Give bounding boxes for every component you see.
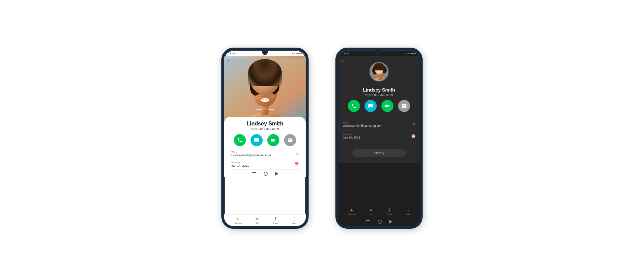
status-icons-dark: ▲ıl 100%	[406, 52, 416, 55]
birthday-label-dark: Birthday	[343, 133, 360, 135]
more-label-dark: More	[406, 213, 411, 215]
svg-point-11	[267, 78, 275, 89]
svg-point-29	[377, 70, 379, 72]
nav-favorites-light[interactable]: ★ Favorites	[233, 217, 242, 224]
svg-point-27	[372, 66, 378, 74]
nav-share-light[interactable]: ⤴ Share	[273, 217, 278, 224]
battery-light: 100%	[296, 52, 302, 55]
svg-point-17	[269, 92, 270, 93]
birthday-field-dark[interactable]: Birthday Jan 14, 2021 📅	[341, 130, 417, 142]
nav-more-dark[interactable]: ⋮ More	[406, 208, 411, 215]
action-buttons-light	[229, 134, 301, 146]
phone-label-dark: Mobile	[365, 93, 373, 96]
signal-icon-light: ▲ıl	[291, 52, 295, 55]
info-section-light: Work Lindseysmith@samsung.com ✉ Birthday…	[229, 149, 301, 170]
contact-phone-row-light: Mobile 012-345-6789	[229, 127, 301, 131]
svg-point-8	[269, 78, 279, 94]
contact-name-light: Lindsey Smith	[229, 121, 301, 127]
status-time-dark: 12:45	[342, 52, 349, 55]
avatar-container-dark	[338, 56, 420, 85]
share-label-dark: Share	[387, 213, 392, 215]
svg-point-14	[260, 91, 263, 94]
more-icon-light: ⋮	[292, 217, 296, 221]
email-field-dark[interactable]: Work Lindseysmith@samsung.com ✉	[341, 119, 417, 130]
svg-rect-3	[256, 109, 262, 110]
birthday-field-light[interactable]: Birthday Jan 14, 2021 📅	[230, 159, 300, 170]
call-button-light[interactable]	[234, 134, 246, 146]
recents-nav-light[interactable]	[252, 172, 256, 173]
avatar-circle-dark	[369, 62, 389, 82]
svg-point-30	[381, 70, 383, 72]
svg-point-31	[378, 70, 378, 71]
svg-rect-4	[268, 109, 274, 110]
phone-number-light: 012-345-6789	[260, 127, 279, 131]
email-label-dark: Work	[343, 121, 382, 124]
birthday-value-light: Jan 14, 2021	[231, 164, 249, 167]
phones-container: 12:45 ▲ıl 100% ‹	[221, 48, 423, 229]
edit-icon-dark: ✏	[370, 208, 373, 213]
status-time-light: 12:45	[228, 52, 235, 55]
email-icon-light: ✉	[296, 152, 299, 156]
share-icon-dark: ⤴	[388, 208, 390, 213]
email-label-light: Work	[231, 151, 271, 153]
video-button-dark[interactable]	[381, 100, 393, 112]
action-buttons-dark	[343, 100, 415, 112]
back-nav-light[interactable]	[275, 172, 278, 176]
svg-point-28	[382, 67, 387, 73]
battery-dark: 100%	[410, 52, 416, 55]
back-button-dark[interactable]: ‹	[341, 58, 343, 64]
recents-nav-dark[interactable]	[366, 220, 370, 221]
email-value-dark: Lindseysmith@samsung.com	[343, 124, 382, 127]
bottom-nav-light: ★ Favorites ✏ Edit ⤴ Share ⋮ More	[224, 214, 306, 226]
nav-more-light[interactable]: ⋮ More	[292, 217, 297, 224]
avatar-svg-dark	[370, 62, 389, 82]
birthday-value-dark: Jan 14, 2021	[343, 136, 360, 139]
video-button-light[interactable]	[267, 134, 279, 146]
svg-point-19	[263, 95, 266, 98]
edit-icon-light: ✏	[256, 217, 259, 221]
message-button-light[interactable]	[251, 134, 263, 146]
contact-phone-row-dark: Mobile 012-345-6789	[343, 93, 415, 97]
svg-point-15	[268, 91, 271, 94]
star-icon-dark: ★	[350, 208, 354, 213]
history-section: History	[338, 142, 420, 163]
svg-point-20	[255, 95, 261, 99]
svg-point-16	[261, 92, 262, 93]
bottom-nav-dark: ★ Favorites ✏ Edit ⤴ Share ⋮ More	[338, 206, 420, 218]
svg-point-10	[257, 78, 264, 91]
email-value-light: Lindseysmith@samsung.com	[231, 154, 271, 157]
edit-label-light: Edit	[256, 222, 259, 224]
nav-favorites-dark[interactable]: ★ Favorites	[347, 208, 356, 215]
email-icon-dark: ✉	[413, 122, 415, 126]
home-nav-light[interactable]	[264, 172, 268, 176]
message-button-dark[interactable]	[365, 100, 377, 112]
email-button-light[interactable]	[284, 134, 296, 146]
call-button-dark[interactable]	[348, 100, 360, 112]
nav-edit-light[interactable]: ✏ Edit	[256, 217, 259, 224]
phone-light: 12:45 ▲ıl 100% ‹	[221, 48, 309, 229]
info-section-dark: Work Lindseysmith@samsung.com ✉ Birthday…	[338, 119, 420, 142]
more-label-light: More	[292, 222, 297, 224]
birthday-label-light: Birthday	[231, 161, 249, 164]
share-label-light: Share	[273, 222, 278, 224]
svg-point-7	[250, 78, 261, 96]
history-button[interactable]: History	[352, 149, 406, 157]
nav-edit-dark[interactable]: ✏ Edit	[370, 208, 373, 215]
phone-number-dark: 012-345-6789	[374, 93, 393, 97]
home-nav-dark[interactable]	[378, 220, 382, 224]
calendar-icon-light: 📅	[294, 162, 299, 166]
hero-image-light	[224, 56, 306, 123]
nav-share-dark[interactable]: ⤴ Share	[387, 208, 392, 215]
back-nav-dark[interactable]	[389, 220, 392, 224]
phone-label-light: Mobile	[251, 127, 259, 130]
email-button-dark[interactable]	[398, 100, 410, 112]
system-nav-light	[224, 170, 306, 177]
system-nav-dark	[338, 218, 420, 225]
edit-label-dark: Edit	[370, 213, 373, 215]
favorites-label-light: Favorites	[233, 222, 242, 224]
email-field-light[interactable]: Work Lindseysmith@samsung.com ✉	[230, 149, 300, 159]
hero-svg-light	[224, 56, 306, 123]
more-icon-dark: ⋮	[406, 208, 410, 213]
back-button-light[interactable]: ‹	[227, 58, 229, 64]
status-icons-light: ▲ıl 100%	[291, 52, 302, 55]
